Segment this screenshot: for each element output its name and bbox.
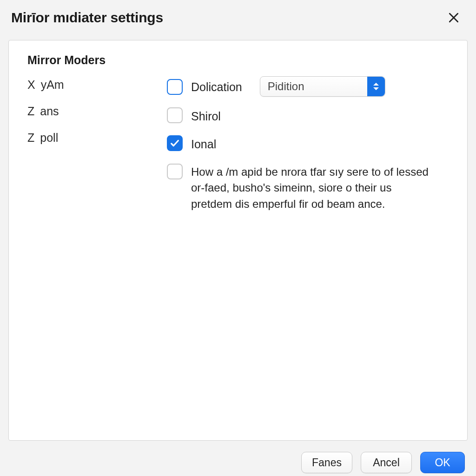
option-row-description: How a /m apid be nrora tfar sıy sere to …	[167, 163, 450, 212]
select-pidition[interactable]: Pidition	[260, 76, 385, 97]
checkbox-ional[interactable]	[167, 135, 183, 151]
axis-letter: Z	[27, 105, 34, 118]
option-row-dolication: Dolication Pidition	[167, 76, 450, 97]
axis-letter: Z	[27, 131, 34, 145]
axis-list: X yAm Z ans Z poll	[27, 75, 148, 212]
option-label-ional: Ional	[191, 135, 216, 152]
fanes-button[interactable]: Fanes	[301, 452, 352, 473]
check-icon	[170, 138, 180, 148]
close-button[interactable]	[444, 8, 463, 27]
settings-panel: Mirror Moders X yAm Z ans Z poll	[8, 40, 468, 441]
option-label-description: How a /m apid be nrora tfar sıy sere to …	[191, 163, 433, 212]
option-label-shirol: Shirol	[191, 107, 221, 125]
option-row-ional: Ional	[167, 135, 450, 152]
axis-label: ans	[40, 105, 59, 118]
checkbox-dolication[interactable]	[167, 79, 183, 95]
settings-columns: X yAm Z ans Z poll Dolication Piditi	[27, 75, 450, 212]
option-row-shirol: Shirol	[167, 107, 450, 125]
option-label-dolication: Dolication	[191, 78, 242, 95]
section-title: Mirror Moders	[27, 53, 450, 67]
chevron-up-icon	[373, 82, 379, 86]
dialog-window: Mirīor mıdiater settings Mirror Moders X…	[0, 0, 476, 476]
axis-item-z-ans[interactable]: Z ans	[27, 105, 148, 118]
ok-button[interactable]: OK	[420, 452, 465, 473]
axis-label: yAm	[41, 78, 64, 92]
axis-item-x[interactable]: X yAm	[27, 78, 148, 92]
close-icon	[448, 12, 460, 24]
axis-letter: X	[27, 78, 35, 92]
checkbox-description[interactable]	[167, 164, 183, 179]
checkbox-shirol[interactable]	[167, 107, 183, 123]
dialog-footer: Fanes Ancel OK	[0, 441, 476, 476]
axis-item-z-poll[interactable]: Z poll	[27, 131, 148, 145]
dialog-title: Mirīor mıdiater settings	[11, 10, 163, 26]
dialog-titlebar: Mirīor mıdiater settings	[0, 0, 476, 35]
ancel-button[interactable]: Ancel	[361, 452, 412, 473]
options-column: Dolication Pidition Shirol	[167, 75, 450, 212]
chevron-down-icon	[373, 87, 379, 91]
axis-label: poll	[40, 131, 58, 145]
select-stepper-icon	[367, 77, 385, 96]
select-value: Pidition	[268, 80, 304, 93]
